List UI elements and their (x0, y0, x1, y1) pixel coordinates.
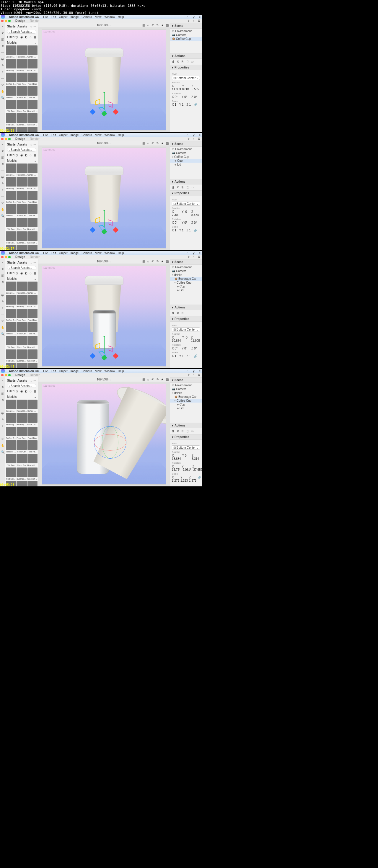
asset-thumb[interactable] (6, 100, 16, 109)
undo-icon[interactable]: ↶ (151, 142, 154, 145)
cloud-icon[interactable]: ⌂ (186, 133, 188, 137)
tree-item[interactable]: ▾drinks (170, 273, 202, 277)
link-icon[interactable]: 🔗 (194, 229, 200, 232)
menu-window[interactable]: Window (104, 251, 115, 255)
action-button[interactable]: ▭ (191, 60, 194, 63)
grid-icon[interactable]: ▦ (142, 260, 145, 263)
tab-design[interactable]: Design (16, 373, 25, 377)
menu-edit[interactable]: Edit (51, 251, 56, 255)
asset-thumb[interactable] (27, 295, 37, 305)
tree-item[interactable]: ▾drinks (170, 391, 202, 395)
action-button[interactable]: 🗑 (172, 429, 175, 433)
scene-tree[interactable]: ⊞Environment📷Camera▾drinks📦Beverage Can▸… (170, 383, 202, 411)
asset-thumb[interactable] (27, 191, 37, 200)
tree-item[interactable]: 📷Camera (170, 33, 202, 37)
select-tool-icon[interactable]: ⭑ (1, 25, 4, 28)
tree-item[interactable]: ⊞Environment (170, 29, 202, 33)
scene-tree[interactable]: ⊞Environment📷Camera📦Coffee Cup (170, 29, 202, 41)
select-tool-icon[interactable]: ⭑ (1, 379, 4, 382)
link-icon[interactable]: 🔗 (194, 103, 200, 106)
render-preview-icon[interactable]: ▥ (166, 24, 169, 27)
panel-menu-icon[interactable]: ⋯ (33, 379, 36, 382)
canvas-area[interactable]: 169.53% ⌄ ▦ ⌂ ↶ ↷ ★ ▥ 1024 x 768 (38, 141, 170, 250)
chevron-down-icon[interactable]: ▾ (172, 191, 173, 195)
asset-thumb[interactable] (17, 295, 27, 305)
asset-thumb[interactable] (27, 282, 37, 291)
menu-help[interactable]: Help (118, 133, 124, 137)
search-input[interactable]: ⚲ Search Assets... (7, 384, 36, 388)
asset-thumb[interactable] (6, 191, 16, 200)
rotate-tool-icon[interactable]: ↻ (1, 280, 4, 284)
chevron-down-icon[interactable]: ⌄ (34, 41, 36, 44)
wand-tool-icon[interactable]: ✧ (1, 70, 4, 74)
asset-panel-title[interactable]: Starter Assets (7, 379, 27, 382)
grid-icon[interactable]: ▦ (142, 24, 145, 27)
material-tool-icon[interactable]: ◒ (1, 411, 4, 415)
chevron-down-icon[interactable]: ▾ (172, 317, 173, 320)
chevron-down-icon[interactable]: ⌄ (34, 395, 36, 398)
scale-xyz[interactable]: X 1Y 1Z 1🔗 (172, 229, 200, 232)
asset-thumb[interactable] (17, 336, 27, 345)
cloud-icon[interactable]: ⌂ (186, 251, 188, 255)
home-icon[interactable]: ⌂ (193, 19, 195, 23)
sampler-tool-icon[interactable]: ✎ (1, 300, 4, 303)
asset-thumb[interactable] (17, 177, 27, 187)
pan-tool-icon[interactable]: ✋ (1, 326, 4, 329)
asset-thumb[interactable] (6, 295, 16, 305)
asset-thumb[interactable] (6, 177, 16, 187)
chevron-down-icon[interactable]: ▾ (172, 424, 173, 427)
asset-thumb[interactable] (27, 72, 37, 82)
filter-materials-icon[interactable]: ◐ (25, 272, 27, 275)
asset-thumb[interactable] (17, 113, 27, 123)
asset-thumb[interactable] (27, 100, 37, 109)
asset-thumb[interactable] (6, 113, 16, 123)
asset-thumb[interactable] (17, 163, 27, 173)
bookmark-icon[interactable]: ★ (161, 24, 164, 27)
chevron-down-icon[interactable]: ▾ (172, 142, 173, 146)
tree-item[interactable]: ▸Coffee Cup (170, 155, 202, 159)
scale-tool-icon[interactable]: ◫ (1, 392, 4, 396)
filter-materials-icon[interactable]: ◐ (25, 153, 27, 157)
asset-thumb[interactable] (17, 245, 27, 250)
menu-image[interactable]: Image (70, 370, 79, 373)
material-tool-icon[interactable]: ◒ (1, 57, 4, 61)
redo-icon[interactable]: ↷ (156, 142, 158, 145)
filter-lights-icon[interactable]: ☼ (29, 153, 32, 157)
asset-thumb[interactable] (6, 336, 16, 345)
asset-thumb[interactable] (17, 467, 27, 477)
position-xyz[interactable]: X 7.309Y -0Z 8.474 (172, 210, 200, 217)
menu-file[interactable]: File (43, 251, 48, 255)
asset-thumb[interactable] (17, 100, 27, 109)
asset-thumb[interactable] (6, 163, 16, 173)
action-button[interactable]: ⬚ (186, 429, 188, 433)
asset-thumb[interactable] (27, 231, 37, 241)
tree-item[interactable]: ▸Coffee Cup (170, 399, 202, 403)
chevron-down-icon[interactable]: ▾ (172, 260, 173, 264)
rotate-tool-icon[interactable]: ↻ (1, 398, 4, 402)
menu-image[interactable]: Image (70, 16, 79, 19)
wand-tool-icon[interactable]: ✧ (1, 306, 4, 310)
action-button[interactable]: ⬚ (186, 60, 188, 63)
action-button[interactable]: ⧉ (177, 186, 179, 189)
share-icon[interactable]: ⇪ (187, 255, 190, 258)
pivot-select[interactable]: ⊡ Bottom Center⌄ (172, 76, 200, 80)
canvas-area[interactable]: 169.53% ⌄ ▦ ⌂ ↶ ↷ ★ ▥ 1024 x 768 (38, 23, 170, 132)
print-icon[interactable]: 🖶 (198, 137, 201, 141)
asset-thumb[interactable] (6, 231, 16, 241)
link-icon[interactable]: 🔗 (198, 476, 201, 482)
asset-thumb[interactable] (27, 45, 37, 55)
asset-thumb[interactable] (6, 218, 16, 227)
asset-thumb[interactable] (6, 282, 16, 291)
menu-camera[interactable]: Camera (82, 251, 92, 255)
rotate-tool-icon[interactable]: ↻ (1, 162, 4, 166)
search-icon[interactable]: ⚲ (193, 251, 195, 255)
action-button[interactable]: 🗑 (172, 60, 175, 63)
panel-menu-icon[interactable]: ⋯ (33, 261, 36, 264)
menu-window[interactable]: Window (104, 16, 115, 19)
canvas-area[interactable]: 169.53% ⌄ ▦ ⌂ ↶ ↷ ★ ▥ 1024 x 768 (38, 377, 170, 486)
menu-file[interactable]: File (43, 370, 48, 373)
tab-design[interactable]: Design (16, 137, 25, 141)
asset-thumb[interactable] (17, 127, 27, 132)
orbit-tool-icon[interactable]: ⟳ (1, 201, 4, 205)
menu-view[interactable]: View (95, 370, 101, 373)
